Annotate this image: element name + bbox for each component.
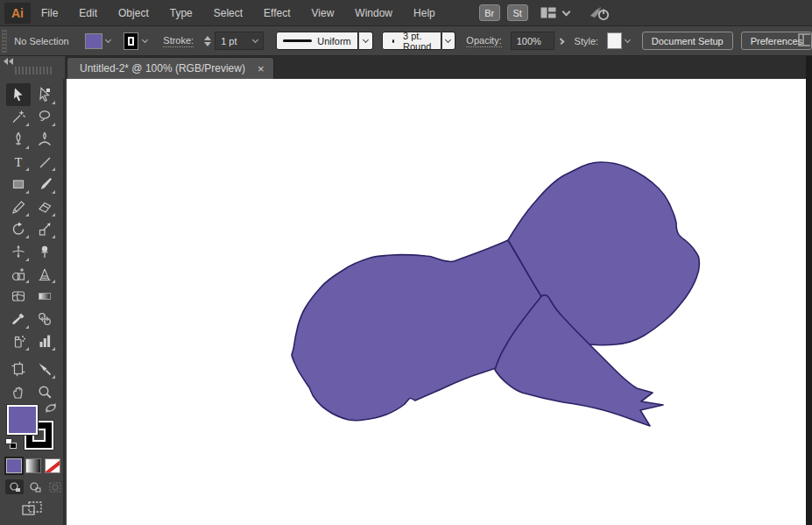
tool-rotate[interactable] [6, 218, 31, 241]
menu-edit[interactable]: Edit [68, 0, 108, 26]
none-button[interactable] [45, 458, 60, 473]
menu-file[interactable]: File [31, 0, 68, 26]
tool-paintbrush[interactable] [32, 173, 57, 195]
tool-gradient[interactable] [32, 285, 57, 308]
control-bar-grip[interactable] [2, 30, 7, 53]
tool-shaper[interactable] [6, 195, 31, 218]
workspace-chevron-icon[interactable] [561, 7, 570, 16]
pen-tool-icon [11, 131, 26, 147]
tool-puppet-warp[interactable] [32, 240, 57, 263]
menu-effect[interactable]: Effect [253, 0, 300, 26]
scale-tool-icon [37, 221, 53, 237]
tool-symbol-sprayer[interactable] [6, 330, 31, 353]
tool-curvature[interactable] [32, 128, 57, 151]
draw-behind-button[interactable] [25, 479, 44, 494]
blend-tool-icon [37, 311, 53, 327]
stroke-chevron-icon[interactable] [138, 32, 151, 50]
tools-panel-header [0, 56, 65, 79]
draw-inside-button[interactable] [46, 479, 64, 494]
magic-wand-icon [11, 109, 26, 124]
tool-selection[interactable] [6, 83, 31, 106]
opacity-arrow-icon[interactable] [558, 37, 565, 44]
tool-lasso[interactable] [32, 106, 57, 129]
collapse-panel-icon[interactable] [4, 58, 13, 65]
screen-mode-icon [22, 501, 43, 517]
tool-rectangle[interactable] [6, 173, 31, 195]
menu-window[interactable]: Window [344, 0, 403, 26]
artwork-body-shape[interactable] [292, 240, 541, 421]
document-tab[interactable]: Untitled-2* @ 100% (RGB/Preview) × [67, 57, 274, 79]
menu-select[interactable]: Select [203, 0, 253, 26]
fill-proxy[interactable] [7, 405, 38, 435]
rotate-tool-icon [11, 221, 26, 237]
right-dock-strip[interactable] [806, 56, 812, 525]
tool-perspective-grid[interactable] [32, 263, 57, 286]
style-swatch[interactable] [607, 32, 622, 49]
workspace-switcher-icon[interactable] [540, 7, 556, 18]
puppet-warp-tool-icon [37, 244, 53, 259]
menu-view[interactable]: View [301, 0, 345, 26]
opacity-label[interactable]: Opacity: [466, 35, 501, 47]
tool-artboard[interactable] [6, 358, 31, 380]
svg-text:T: T [15, 156, 23, 169]
document-setup-button[interactable]: Document Setup [642, 32, 733, 50]
symbol-sprayer-tool-icon [11, 333, 26, 349]
tools-panel-grip[interactable] [15, 67, 52, 74]
type-tool-icon: T [11, 154, 26, 170]
width-profile-chevron-icon[interactable] [359, 32, 373, 50]
tool-eraser[interactable] [32, 195, 57, 218]
tool-slice[interactable] [32, 358, 57, 380]
eraser-tool-icon [37, 199, 53, 215]
opacity-field[interactable]: 100% [511, 32, 554, 50]
width-profile-value: Uniform [317, 36, 351, 46]
eyedropper-tool-icon [11, 311, 26, 327]
tool-width[interactable] [6, 240, 31, 263]
brush-preview [392, 39, 395, 43]
draw-normal-button[interactable] [5, 479, 24, 494]
tool-eyedropper[interactable] [6, 308, 31, 330]
brush-chevron-icon[interactable] [442, 32, 456, 50]
tool-scale[interactable] [32, 218, 57, 241]
tool-shape-builder[interactable] [6, 263, 31, 286]
screen-mode-button[interactable] [22, 501, 43, 521]
brush-dropdown[interactable]: 3 pt. Round [382, 32, 441, 50]
tool-type[interactable]: T [6, 151, 31, 174]
stroke-weight-stepper[interactable] [204, 36, 211, 46]
default-fill-stroke-icon[interactable] [5, 438, 17, 449]
swap-fill-stroke-icon[interactable] [45, 402, 57, 414]
bridge-button[interactable]: Br [479, 4, 500, 21]
tool-column-graph[interactable] [32, 330, 57, 353]
stroke-color-swatch[interactable] [124, 32, 139, 50]
lasso-tool-icon [37, 109, 53, 124]
artboard-canvas[interactable] [67, 79, 806, 525]
zoom-tool-icon [37, 384, 53, 400]
fill-chevron-icon[interactable] [102, 32, 115, 50]
document-tab-bar: Untitled-2* @ 100% (RGB/Preview) × [65, 56, 806, 79]
menu-type[interactable]: Type [159, 0, 203, 26]
tool-direct-selection[interactable] [32, 83, 57, 106]
fill-color-swatch[interactable] [85, 33, 102, 49]
tool-pen[interactable] [6, 128, 31, 151]
color-button[interactable] [6, 458, 22, 473]
app-logo[interactable]: Ai [4, 3, 31, 24]
stroke-label[interactable]: Stroke: [163, 35, 194, 47]
tools-panel: T [0, 79, 65, 525]
stroke-weight-field[interactable]: 1 pt [215, 32, 264, 50]
tool-magic-wand[interactable] [6, 106, 31, 129]
tool-mesh[interactable] [6, 285, 31, 308]
menu-object[interactable]: Object [108, 0, 159, 26]
tool-zoom[interactable] [32, 380, 57, 403]
panel-peek-icon[interactable] [798, 33, 810, 47]
width-profile-dropdown[interactable]: Uniform [276, 32, 358, 50]
control-bar: No Selection Stroke: 1 pt Uniform 3 pt. … [0, 26, 812, 56]
menu-help[interactable]: Help [403, 0, 446, 26]
stock-button[interactable]: St [507, 4, 528, 21]
gradient-button[interactable] [25, 458, 41, 473]
style-chevron-icon[interactable] [622, 32, 634, 50]
tab-close-icon[interactable]: × [258, 63, 265, 74]
tool-blend[interactable] [32, 308, 57, 330]
gpu-performance-icon[interactable] [589, 5, 611, 21]
artboard-tool-icon [11, 361, 26, 377]
tool-line-segment[interactable] [32, 151, 57, 174]
tool-hand[interactable] [6, 380, 31, 403]
